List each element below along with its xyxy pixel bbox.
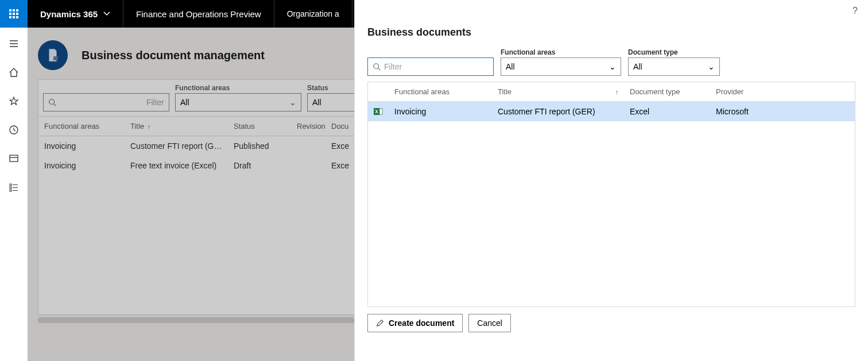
app-name[interactable]: Finance and Operations Preview <box>123 0 274 28</box>
svg-rect-7 <box>13 16 15 18</box>
clock-icon <box>9 125 19 135</box>
svg-rect-8 <box>16 16 18 18</box>
list-icon <box>9 182 19 193</box>
pcell-title: Customer FTI report (GER) <box>492 103 624 120</box>
panel-grid-header: Functional areas Title↑ Document type Pr… <box>368 82 855 102</box>
panel-grid: Functional areas Title↑ Document type Pr… <box>367 82 855 307</box>
home-icon <box>9 67 19 78</box>
app-label: Finance and Operations Preview <box>136 9 261 19</box>
brand-menu[interactable]: Dynamics 365 <box>28 0 123 28</box>
panel-footer: Create document Cancel <box>355 307 868 339</box>
modules-button[interactable] <box>0 178 28 197</box>
svg-rect-10 <box>10 155 18 162</box>
svg-rect-2 <box>16 9 18 11</box>
chevron-down-icon <box>103 10 110 17</box>
panel-doctype-label: Document type <box>628 48 720 56</box>
pcol-fa[interactable]: Functional areas <box>389 84 492 99</box>
brand-label: Dynamics 365 <box>40 9 98 19</box>
panel-doctype-value: All <box>633 62 642 71</box>
recent-button[interactable] <box>0 121 28 139</box>
home-button[interactable] <box>0 63 28 82</box>
chevron-down-icon: ⌄ <box>609 62 616 71</box>
svg-rect-4 <box>13 13 15 15</box>
chevron-down-icon: ⌄ <box>708 62 715 71</box>
pcol-provider[interactable]: Provider <box>710 84 825 99</box>
svg-rect-11 <box>10 184 11 186</box>
svg-point-17 <box>374 64 379 69</box>
excel-icon <box>368 103 389 120</box>
breadcrumb-label: Organization a <box>287 9 339 18</box>
svg-rect-5 <box>16 13 18 15</box>
create-document-button[interactable]: Create document <box>367 314 463 332</box>
workspace-button[interactable] <box>0 149 28 168</box>
svg-rect-13 <box>10 190 11 191</box>
svg-rect-6 <box>9 16 11 18</box>
breadcrumb-item[interactable]: Organization a <box>274 0 352 28</box>
hamburger-button[interactable] <box>0 34 28 53</box>
workspace-icon <box>9 153 19 164</box>
cancel-button[interactable]: Cancel <box>468 314 511 332</box>
favorites-button[interactable] <box>0 92 28 110</box>
create-document-label: Create document <box>389 318 454 328</box>
app-launcher-button[interactable] <box>0 0 28 28</box>
business-documents-panel: ? Business documents Filter Functional a… <box>354 0 868 361</box>
svg-rect-12 <box>10 187 11 189</box>
panel-doctype-select[interactable]: All ⌄ <box>628 57 720 76</box>
panel-filter-placeholder: Filter <box>384 62 402 71</box>
panel-grid-body: Invoicing Customer FTI report (GER) Exce… <box>368 102 855 306</box>
svg-rect-1 <box>13 9 15 11</box>
panel-topbar: ? <box>355 0 868 23</box>
search-icon <box>373 63 381 71</box>
panel-filters: Filter Functional areas All ⌄ Document t… <box>355 39 868 82</box>
sort-up-icon: ↑ <box>615 89 619 95</box>
star-icon <box>9 96 19 106</box>
svg-rect-19 <box>379 109 382 114</box>
pcol-doctype[interactable]: Document type <box>624 84 710 99</box>
left-nav-rail <box>0 28 28 361</box>
hamburger-icon <box>9 39 19 49</box>
panel-fa-label: Functional areas <box>501 48 621 56</box>
waffle-icon <box>9 9 18 18</box>
panel-fa-value: All <box>506 62 515 71</box>
panel-fa-select[interactable]: All ⌄ <box>501 57 621 76</box>
table-row[interactable]: Invoicing Customer FTI report (GER) Exce… <box>368 102 855 121</box>
pcell-provider: Microsoft <box>710 103 825 120</box>
pcol-title[interactable]: Title↑ <box>492 84 624 99</box>
cancel-label: Cancel <box>477 318 502 328</box>
pcell-doctype: Excel <box>624 103 710 120</box>
panel-title: Business documents <box>355 23 868 39</box>
pcell-fa: Invoicing <box>389 103 492 120</box>
panel-filter-input[interactable]: Filter <box>367 57 494 76</box>
help-button[interactable]: ? <box>852 6 858 16</box>
svg-rect-0 <box>9 9 11 11</box>
pencil-icon <box>376 319 384 327</box>
svg-rect-3 <box>9 13 11 15</box>
